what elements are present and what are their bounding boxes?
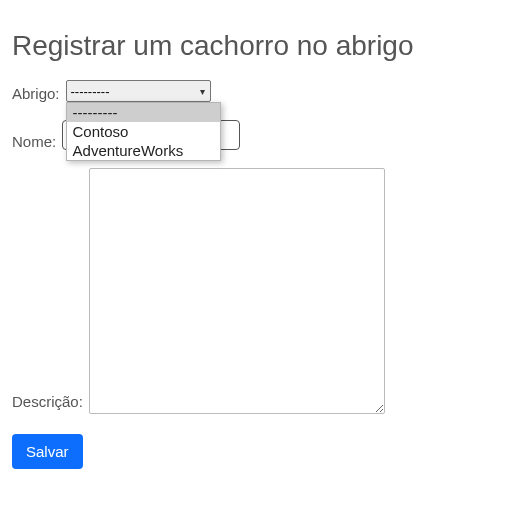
- abrigo-select[interactable]: ---------: [66, 80, 211, 102]
- descricao-textarea[interactable]: [89, 168, 385, 414]
- nome-label: Nome:: [12, 133, 56, 150]
- page-title: Registrar um cachorro no abrigo: [12, 30, 505, 62]
- abrigo-dropdown-list: --------- Contoso AdventureWorks: [66, 102, 221, 161]
- descricao-label: Descrição:: [12, 393, 83, 410]
- abrigo-option[interactable]: AdventureWorks: [67, 141, 220, 160]
- abrigo-option[interactable]: Contoso: [67, 122, 220, 141]
- save-button[interactable]: Salvar: [12, 434, 83, 469]
- abrigo-option[interactable]: ---------: [67, 103, 220, 122]
- abrigo-label: Abrigo:: [12, 85, 60, 102]
